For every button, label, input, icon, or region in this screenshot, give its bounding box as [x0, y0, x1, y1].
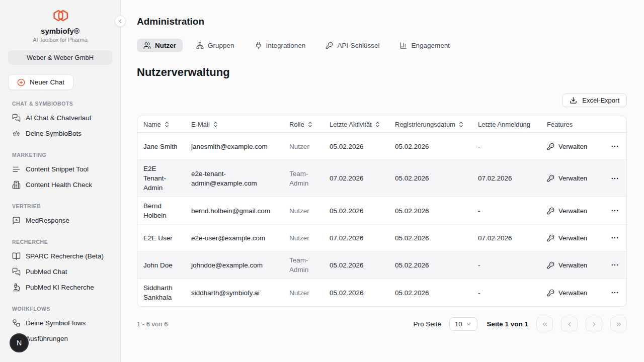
section-title: VERTRIEB: [0, 203, 120, 209]
key-icon: [547, 207, 554, 215]
row-menu-button[interactable]: [608, 171, 622, 186]
key-icon: [547, 261, 554, 269]
company-name: Weber & Weber GmbH: [27, 54, 94, 61]
table-toolbar: Excel-Export: [137, 94, 627, 107]
avatar-initial: N: [17, 339, 22, 347]
sidebar-item-pubmed-ki[interactable]: PubMed KI Recherche: [8, 280, 112, 295]
sidebar-item-ai-chat[interactable]: AI Chat & Chatverlauf: [8, 110, 112, 126]
bar-chart-icon: [399, 42, 407, 49]
workflow-icon: [12, 319, 21, 327]
cell-email: siddharth@symbiofy.ai: [185, 279, 283, 306]
tab-gruppen[interactable]: Gruppen: [190, 39, 241, 52]
page-title: Administration: [137, 16, 627, 27]
tab-label: Integrationen: [266, 42, 306, 49]
cell-registration-date: 05.02.2026: [389, 160, 472, 197]
sort-icon: [164, 121, 170, 128]
section-title: CHAT & SYMBIOBOTS: [0, 101, 120, 107]
column-label: Letzte Aktivität: [330, 121, 372, 128]
hierarchy-icon: [196, 42, 204, 49]
cell-name: E2E User: [137, 225, 185, 251]
new-chat-button[interactable]: Neuer Chat: [8, 74, 73, 90]
column-label: E-Mail: [191, 121, 210, 128]
cell-features: Verwalten: [541, 251, 603, 279]
next-page-button[interactable]: [586, 317, 602, 331]
sidebar-item-pubmed-chat[interactable]: PubMed Chat: [8, 264, 112, 280]
tab-engagement[interactable]: Engagement: [393, 39, 456, 52]
cell-last-activity: 05.02.2026: [324, 197, 389, 224]
tab-api-schluessel[interactable]: API-Schlüssel: [319, 39, 386, 52]
page-indicator: Seite 1 von 1: [487, 320, 528, 328]
range-text: 1 - 6 von 6: [137, 320, 168, 328]
sidebar-item-symbiobots[interactable]: Deine SymbioBots: [8, 126, 112, 141]
users-icon: [143, 42, 151, 49]
tab-integrationen[interactable]: Integrationen: [248, 39, 312, 52]
cell-last-activity: 07.02.2026: [324, 225, 389, 251]
main-content: Administration Nutzer Gruppen Integratio…: [121, 0, 644, 362]
sidebar-item-content-health[interactable]: Content Health Check: [8, 177, 112, 193]
cell-registration-date: 05.02.2026: [389, 251, 472, 279]
row-menu-button[interactable]: [608, 139, 622, 153]
manage-features-link[interactable]: Verwalten: [547, 260, 587, 270]
column-header-letzte-anmeldung: Letzte Anmeldung: [472, 116, 541, 132]
book-open-icon: [12, 252, 21, 260]
column-header-name[interactable]: Name: [137, 116, 185, 132]
cell-last-login: 07.02.2026: [472, 225, 541, 251]
column-header-registrierungsdatum[interactable]: Registrierungsdatum: [389, 116, 472, 132]
cell-email: bernd.holbein@gmail.com: [185, 197, 283, 224]
cell-registration-date: 05.02.2026: [389, 197, 472, 224]
admin-tabs: Nutzer Gruppen Integrationen API-Schlüss…: [137, 39, 627, 52]
sidebar-item-content-snippet[interactable]: Content Snippet Tool: [8, 161, 112, 177]
manage-features-link[interactable]: Verwalten: [547, 173, 587, 183]
chevron-left-icon: [117, 18, 123, 24]
manage-label: Verwalten: [558, 142, 587, 151]
building-icon: [12, 180, 21, 189]
per-page-value: 10: [455, 320, 462, 328]
users-table: Name E-Mail Rolle Letzte Aktivität Regis…: [137, 116, 627, 307]
excel-export-button[interactable]: Excel-Export: [562, 94, 627, 107]
cell-last-login: -: [472, 133, 541, 159]
column-header-rolle[interactable]: Rolle: [283, 116, 324, 132]
sidebar-nav: CHAT & SYMBIOBOTS AI Chat & Chatverlauf …: [0, 101, 120, 346]
manage-features-link[interactable]: Verwalten: [547, 233, 587, 243]
cell-actions: [603, 225, 626, 251]
sidebar-item-symbioflows[interactable]: Deine SymbioFlows: [8, 315, 112, 331]
table-row: E2E Tenant-Admin e2e-tenant-admin@exampl…: [137, 159, 626, 197]
excel-export-label: Excel-Export: [582, 97, 619, 104]
manage-features-link[interactable]: Verwalten: [547, 288, 587, 298]
table-row: E2E User e2e-user@example.com Nutzer 07.…: [137, 224, 626, 251]
row-menu-button[interactable]: [608, 286, 622, 300]
section-title: WORKFLOWS: [0, 306, 120, 312]
chevrons-left-icon: [541, 321, 548, 328]
company-selector[interactable]: Weber & Weber GmbH: [8, 50, 112, 65]
cell-actions: [603, 279, 626, 306]
cell-name: Jane Smith: [137, 133, 185, 159]
sidebar-item-label: SPARC Recherche (Beta): [26, 252, 104, 260]
row-menu-button[interactable]: [608, 204, 622, 218]
row-menu-button[interactable]: [608, 231, 622, 245]
cell-last-activity: 07.02.2026: [324, 160, 389, 197]
sort-icon: [374, 121, 381, 128]
chevron-left-icon: [566, 321, 573, 328]
sidebar-item-label: PubMed Chat: [26, 268, 67, 276]
column-header-letzte-aktivitaet[interactable]: Letzte Aktivität: [324, 116, 389, 132]
pagination-bar: 1 - 6 von 6 Pro Seite 10 Seite 1 von 1: [137, 317, 627, 331]
tab-label: Gruppen: [208, 42, 234, 49]
column-header-email[interactable]: E-Mail: [185, 116, 283, 132]
sidebar-collapse-button[interactable]: [115, 16, 126, 27]
user-avatar[interactable]: N: [10, 333, 29, 352]
manage-features-link[interactable]: Verwalten: [547, 206, 587, 216]
cell-role: Team-Admin: [283, 160, 324, 197]
manage-features-link[interactable]: Verwalten: [547, 142, 587, 151]
column-label: Features: [547, 121, 573, 128]
row-menu-button[interactable]: [608, 258, 622, 272]
last-page-button[interactable]: [610, 317, 627, 331]
previous-page-button[interactable]: [561, 317, 578, 331]
sidebar-item-label: Ausführungen: [26, 335, 68, 342]
per-page-select[interactable]: 10: [449, 317, 477, 331]
cell-email: janesmith@example.com: [185, 133, 283, 159]
first-page-button[interactable]: [536, 317, 553, 331]
sidebar-item-sparc[interactable]: SPARC Recherche (Beta): [8, 248, 112, 264]
cell-last-login: -: [472, 251, 541, 279]
sidebar-item-medresponse[interactable]: MedResponse: [8, 213, 112, 228]
tab-nutzer[interactable]: Nutzer: [137, 39, 183, 52]
